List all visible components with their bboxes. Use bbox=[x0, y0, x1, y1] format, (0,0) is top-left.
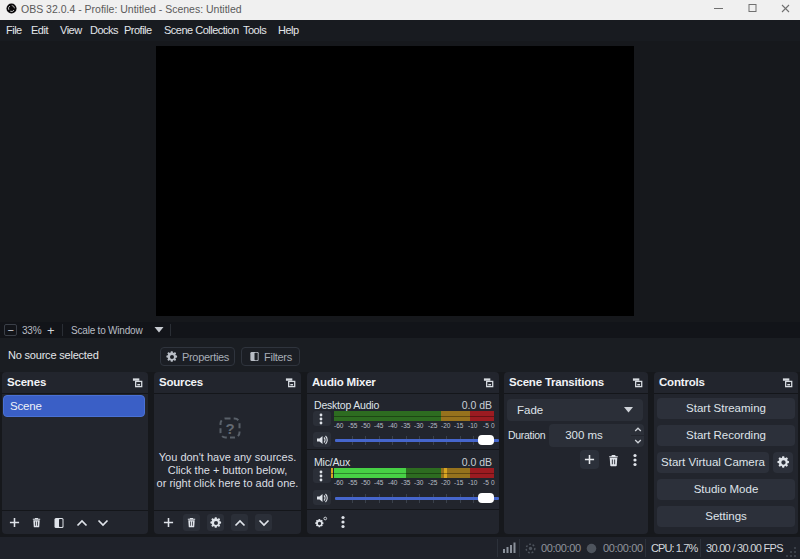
svg-text:?: ? bbox=[225, 420, 234, 437]
